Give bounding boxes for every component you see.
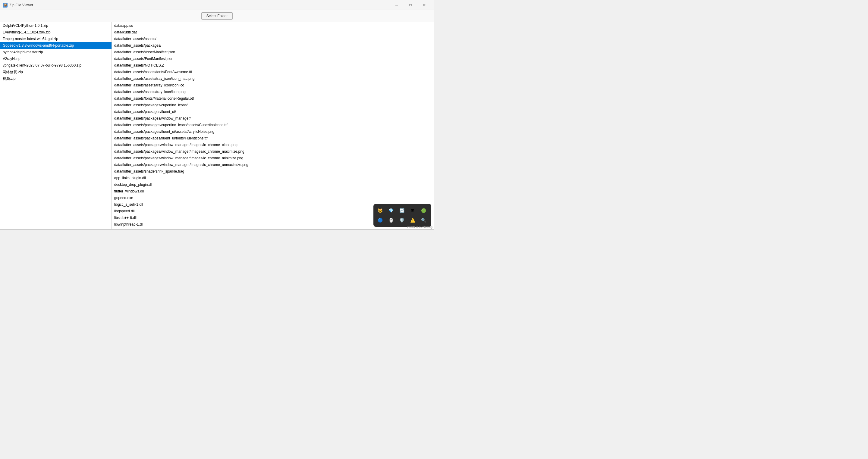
left-panel[interactable]: DelphiVCL4Python-1.0.1.zipEverything-1.4… bbox=[0, 22, 112, 229]
list-item[interactable]: 网络修复.zip bbox=[0, 69, 112, 75]
file-item: data/flutter_assets/assets/tray_icon/ico… bbox=[112, 89, 434, 95]
windows-icon[interactable]: ⊞ bbox=[408, 206, 417, 215]
file-item: desktop_drop_plugin.dll bbox=[112, 181, 434, 188]
file-item: msvcp140.dll bbox=[112, 228, 434, 229]
file-item: data/flutter_assets/packages/cupertino_i… bbox=[112, 122, 434, 128]
cat-app-icon[interactable]: 🐱 bbox=[376, 206, 384, 215]
file-item: data/flutter_assets/packages/fluent_ui/f… bbox=[112, 135, 434, 141]
app-icon: 📦 bbox=[3, 3, 7, 7]
window-title: Zip File Viewer bbox=[9, 3, 33, 7]
maximize-button[interactable]: □ bbox=[404, 0, 417, 10]
list-item[interactable]: V2rayN.zip bbox=[0, 56, 112, 62]
select-folder-button[interactable]: Select Folder bbox=[201, 12, 233, 20]
file-item: data/flutter_assets/packages/fluent_ui/ bbox=[112, 108, 434, 115]
warning-icon[interactable]: ⚠️ bbox=[408, 216, 417, 224]
list-item[interactable]: 视频.zip bbox=[0, 75, 112, 82]
file-item: data/flutter_assets/assets/tray_icon/ico… bbox=[112, 75, 434, 82]
csdn-label: CSDN @infect2hang bbox=[407, 226, 433, 229]
gem-icon[interactable]: 💎 bbox=[387, 206, 395, 215]
list-item[interactable]: Gopeed-v1.3.3-windows-amd64-portable.zip bbox=[0, 42, 112, 49]
minimize-button[interactable]: ─ bbox=[390, 0, 404, 10]
file-item: data/flutter_assets/packages/window_mana… bbox=[112, 148, 434, 155]
file-item: data/flutter_assets/FontManifest.json bbox=[112, 56, 434, 62]
file-item: flutter_windows.dll bbox=[112, 188, 434, 195]
title-bar-left: 📦 Zip File Viewer bbox=[3, 3, 33, 7]
file-item: data/flutter_assets/packages/window_mana… bbox=[112, 115, 434, 122]
file-item: data/flutter_assets/packages/ bbox=[112, 42, 434, 49]
bluetooth-icon[interactable]: 🔵 bbox=[376, 216, 384, 224]
list-item[interactable]: ffmpeg-master-latest-win64-gpl.zip bbox=[0, 36, 112, 42]
system-tray: 🐱💎🔄⊞🟢🔵🖱️🛡️⚠️🔍 bbox=[373, 204, 431, 227]
file-item: data/flutter_assets/packages/window_mana… bbox=[112, 161, 434, 168]
list-item[interactable]: python4delphi-master.zip bbox=[0, 49, 112, 56]
file-item: data/icudtl.dat bbox=[112, 29, 434, 36]
file-item: data/flutter_assets/assets/fonts/FontAwe… bbox=[112, 69, 434, 75]
file-item: app_links_plugin.dll bbox=[112, 175, 434, 181]
main-window: 📦 Zip File Viewer ─ □ ✕ Select Folder De… bbox=[0, 0, 434, 230]
toolbar: Select Folder bbox=[0, 10, 434, 22]
touchpad-icon[interactable]: 🖱️ bbox=[387, 216, 395, 224]
file-item: data/flutter_assets/fonts/MaterialIcons-… bbox=[112, 95, 434, 102]
close-button[interactable]: ✕ bbox=[417, 0, 431, 10]
list-item[interactable]: vpngate-client-2023.07.07-build-9798.156… bbox=[0, 62, 112, 69]
file-item: data/flutter_assets/packages/window_mana… bbox=[112, 155, 434, 161]
search-icon[interactable]: 🔍 bbox=[419, 216, 428, 224]
file-item: gopeed.exe bbox=[112, 195, 434, 201]
list-item[interactable]: Everything-1.4.1.1024.x86.zip bbox=[0, 29, 112, 36]
file-item: data/flutter_assets/NOTICES.Z bbox=[112, 62, 434, 69]
file-item: data/flutter_assets/AssetManifest.json bbox=[112, 49, 434, 56]
shield-icon[interactable]: 🛡️ bbox=[398, 216, 406, 224]
sync-icon[interactable]: 🔄 bbox=[398, 206, 406, 215]
file-item: data/app.so bbox=[112, 22, 434, 29]
file-item: data/flutter_assets/packages/fluent_ui/a… bbox=[112, 128, 434, 135]
list-item[interactable]: DelphiVCL4Python-1.0.1.zip bbox=[0, 22, 112, 29]
right-panel: data/app.sodata/icudtl.datdata/flutter_a… bbox=[112, 22, 434, 229]
file-item: data/flutter_assets/assets/ bbox=[112, 36, 434, 42]
file-item: data/flutter_assets/packages/cupertino_i… bbox=[112, 102, 434, 108]
file-item: data/flutter_assets/assets/tray_icon/ico… bbox=[112, 82, 434, 89]
file-item: data/flutter_assets/packages/window_mana… bbox=[112, 141, 434, 148]
nvidia-icon[interactable]: 🟢 bbox=[419, 206, 428, 215]
content-area: DelphiVCL4Python-1.0.1.zipEverything-1.4… bbox=[0, 22, 434, 229]
file-item: data/flutter_assets/shaders/ink_sparkle.… bbox=[112, 168, 434, 175]
title-bar-controls: ─ □ ✕ bbox=[390, 0, 431, 10]
title-bar: 📦 Zip File Viewer ─ □ ✕ bbox=[0, 0, 434, 10]
